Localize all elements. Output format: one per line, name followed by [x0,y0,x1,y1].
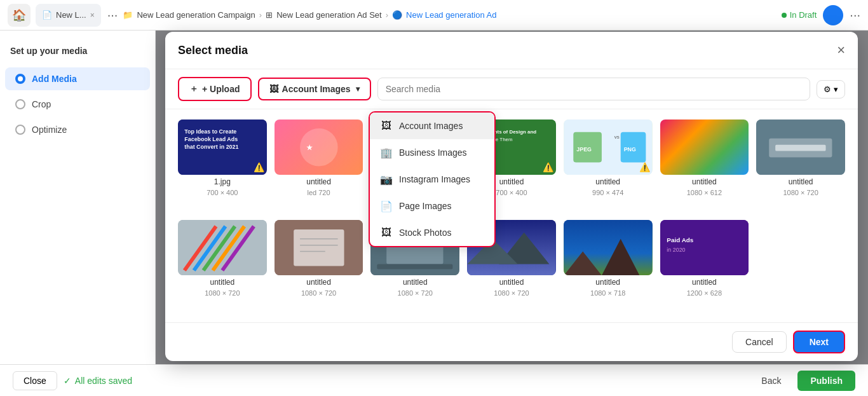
image-name-jpeg-png: untitled [595,177,620,186]
upload-icon: ＋ [189,83,198,95]
image-size-laptop: 1080 × 720 [398,289,433,297]
dropdown-item-account-images[interactable]: 🖼 Account Images [370,113,494,139]
search-input[interactable] [377,78,810,100]
image-thumb-pencils [178,220,267,275]
account-images-icon: 🖼 [269,84,278,94]
image-name-r1-7: untitled [789,177,813,186]
image-thumb-jpeg-png: JPEG vs PNG ⚠️ [564,119,653,175]
svg-text:Facebook Lead Ads: Facebook Lead Ads [184,136,238,142]
image-cell-notebook[interactable]: untitled 1080 × 720 [275,220,363,313]
dropdown-page-images-icon: 📄 [380,200,393,212]
nav-tab-close[interactable]: × [90,11,95,20]
image-size-pencils: 1080 × 720 [205,289,240,297]
breadcrumb: 📁 New Lead generation Campaign › ⊞ New L… [123,10,776,20]
home-button[interactable]: 🏠 [8,4,31,27]
nav-right: In Draft ··· [782,5,860,25]
sidebar-radio-optimize [15,125,25,135]
sidebar-label-optimize: Optimize [32,125,67,135]
image-thumb-notebook [275,220,363,275]
image-name-r1-2: untitled [306,177,331,186]
sidebar-label-add-media: Add Media [32,74,77,84]
image-size-cliff: 1080 × 718 [590,289,625,297]
nav-tab[interactable]: 📄 New L... × [36,4,101,27]
nav-tab-more[interactable]: ··· [107,8,118,22]
svg-text:Paid Ads: Paid Ads [667,236,694,243]
modal-toolbar: ＋ + Upload 🖼 Account Images ▾ ⚙ ▾ 🖼 Acco… [165,69,858,109]
image-thumb-1jpg: Top Ideas to Create Facebook Lead Ads th… [178,119,267,175]
publish-button[interactable]: Publish [797,371,855,391]
image-thumb-r1-6 [660,119,749,175]
select-media-modal: Select media × ＋ + Upload 🖼 Account Imag… [165,32,858,361]
image-name-laptop: untitled [403,278,428,287]
sidebar-item-crop[interactable]: Crop [5,93,150,116]
dropdown-account-images-icon: 🖼 [380,119,393,132]
status-label: In Draft [790,10,817,20]
breadcrumb-icon-ad: 🔵 [392,10,402,20]
image-cell-purple-ads[interactable]: Paid Ads in 2020 untitled 1200 × 628 [660,220,749,313]
avatar [823,5,843,25]
breadcrumb-ad[interactable]: New Lead generation Ad [406,10,496,20]
status-badge: In Draft [782,10,817,20]
image-grid: Top Ideas to Create Facebook Lead Ads th… [165,109,858,322]
image-cell-1jpg[interactable]: Top Ideas to Create Facebook Lead Ads th… [178,119,267,212]
sidebar-item-optimize[interactable]: Optimize [5,118,150,141]
cancel-button[interactable]: Cancel [732,331,787,353]
breadcrumb-campaign[interactable]: New Lead generation Campaign [137,10,255,20]
modal-close-button[interactable]: × [837,42,845,58]
sidebar-header: Set up your media [0,41,155,61]
filter-button[interactable]: ⚙ ▾ [817,80,845,99]
breadcrumb-adset[interactable]: New Lead generation Ad Set [276,10,382,20]
saved-label: All edits saved [75,376,132,386]
dropdown-item-label-business-images: Business Images [399,147,467,158]
sidebar-item-add-media[interactable]: Add Media [5,67,150,90]
dropdown-item-label-instagram-images: Instagram Images [399,174,470,184]
image-cell-r1-7[interactable]: untitled 1080 × 720 [756,119,845,212]
svg-text:that Convert in 2021: that Convert in 2021 [184,144,238,150]
upload-button[interactable]: ＋ + Upload [178,77,252,101]
modal-header: Select media × [165,32,858,69]
back-button[interactable]: Back [751,372,791,390]
image-size-r1-6: 1080 × 612 [687,189,722,196]
filter-icon: ⚙ [824,85,831,94]
breadcrumb-sep-2: › [386,10,388,20]
breadcrumb-icon-campaign: 📁 [123,10,133,20]
dropdown-stock-photos-icon: 🖼 [380,226,393,239]
image-cell-cliff[interactable]: untitled 1080 × 718 [564,220,653,313]
image-size-r1-4: 700 × 400 [496,189,527,196]
image-cell-jpeg-png[interactable]: JPEG vs PNG ⚠️ untitled 990 × 474 [564,119,653,212]
dropdown-item-label-page-images: Page Images [399,201,452,211]
image-cell-r1-6[interactable]: untitled 1080 × 612 [660,119,749,212]
dropdown-item-instagram-images[interactable]: 📷 Instagram Images [370,166,494,193]
checkmark-icon: ✓ [64,376,71,386]
warning-icon-1jpg: ⚠️ [254,162,264,172]
svg-rect-29 [294,229,344,266]
dropdown-instagram-images-icon: 📷 [380,173,393,186]
dropdown-item-business-images[interactable]: 🏢 Business Images [370,139,494,166]
image-name-pencils: untitled [210,278,235,287]
image-size-notebook: 1080 × 720 [301,289,336,297]
bottom-left: Close ✓ All edits saved [13,371,132,390]
image-cell-pencils[interactable]: untitled 1080 × 720 [178,220,267,313]
sidebar-label-crop: Crop [32,99,51,109]
image-size-jpeg-png: 990 × 474 [592,189,623,196]
account-images-button[interactable]: 🖼 Account Images ▾ [258,78,371,100]
svg-text:PNG: PNG [624,146,636,153]
svg-text:Top Ideas to Create: Top Ideas to Create [184,128,236,135]
svg-text:vs: vs [614,134,620,140]
svg-text:JPEG: JPEG [576,146,592,153]
image-size-purple-ads: 1200 × 628 [687,289,722,297]
saved-status: ✓ All edits saved [64,376,132,386]
more-options-button[interactable]: ··· [850,8,860,22]
breadcrumb-icon-adset: ⊞ [266,10,273,20]
next-button[interactable]: Next [793,331,845,353]
image-name-mountain: untitled [499,278,524,287]
image-thumb-purple-ads: Paid Ads in 2020 [660,220,749,275]
dropdown-item-stock-photos[interactable]: 🖼 Stock Photos [370,219,494,246]
image-size-1jpg: 700 × 400 [207,189,238,196]
dropdown-item-label-account-images: Account Images [399,121,463,131]
dropdown-business-images-icon: 🏢 [380,146,393,159]
close-button[interactable]: Close [13,371,57,390]
image-cell-r1-2[interactable]: ★ untitled led 720 [275,119,363,212]
svg-point-5 [300,128,338,167]
dropdown-item-page-images[interactable]: 📄 Page Images [370,193,494,219]
